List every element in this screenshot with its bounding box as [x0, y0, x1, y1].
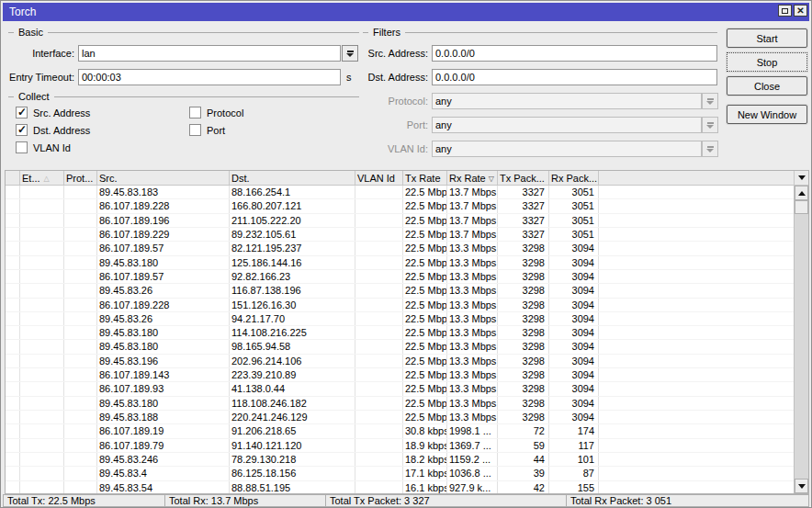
cell-rx-rate: 13.3 Mbps: [447, 256, 498, 269]
cell-et: [20, 368, 64, 381]
cell-vlan: [355, 453, 403, 466]
cell-et: [20, 411, 64, 423]
status-bar: Total Tx: 22.5 Mbps Total Rx: 13.7 Mbps …: [3, 494, 811, 507]
cell-empty: [599, 186, 794, 198]
cell-tx-pack: 39: [498, 467, 549, 480]
cell-tx-rate: 22.5 Mbps: [403, 355, 447, 367]
header-tx-packets[interactable]: Tx Pack...: [498, 171, 549, 185]
torch-row[interactable]: 86.107.189.7991.140.121.12018.9 kbps1369…: [6, 439, 794, 453]
header-protocol[interactable]: Prot...: [64, 171, 97, 185]
cell-et: [20, 284, 64, 297]
src-address-label: Src. Address:: [355, 48, 428, 61]
torch-row[interactable]: 89.45.83.24678.29.130.21818.2 kbps1159.2…: [6, 453, 794, 467]
torch-row[interactable]: 86.107.189.1991.206.218.6530.8 kbps1998.…: [6, 424, 794, 438]
cell-dst: 86.125.18.156: [230, 467, 355, 480]
torch-row[interactable]: 89.45.83.2694.21.17.7022.5 Mbps13.3 Mbps…: [6, 312, 794, 326]
torch-row[interactable]: 86.107.189.5782.121.195.23722.5 Mbps13.3…: [6, 242, 794, 255]
checkbox-port[interactable]: Port: [189, 124, 225, 136]
dropdown-arrow-icon: [706, 122, 714, 129]
new-window-button[interactable]: New Window: [727, 105, 807, 124]
stop-button[interactable]: Stop: [727, 52, 807, 72]
cell-rx-pack: 3094: [549, 256, 599, 269]
vertical-scrollbar[interactable]: [794, 186, 808, 493]
torch-row[interactable]: 86.107.189.5792.82.166.2322.5 Mbps13.3 M…: [6, 270, 794, 284]
checkbox-vlan-id[interactable]: VLAN Id: [16, 141, 71, 153]
torch-row[interactable]: 89.45.83.180118.108.246.18222.5 Mbps13.3…: [6, 397, 794, 411]
torch-row[interactable]: 86.107.189.228151.126.16.3022.5 Mbps13.3…: [6, 299, 794, 312]
cell-prot: [64, 199, 97, 212]
cell-rx-rate: 13.3 Mbps: [447, 340, 498, 353]
cell-empty: [599, 299, 794, 311]
start-button[interactable]: Start: [727, 28, 807, 48]
cell-vlan: [355, 382, 403, 395]
torch-row[interactable]: 89.45.83.18388.166.254.122.5 Mbps13.7 Mb…: [6, 186, 794, 199]
torch-row[interactable]: 89.45.83.188220.241.246.12922.5 Mbps13.3…: [6, 411, 794, 424]
cell-empty: [6, 299, 20, 311]
cell-rx-pack: 3051: [549, 186, 599, 198]
header-select-column[interactable]: [6, 171, 20, 185]
interface-input[interactable]: [78, 45, 341, 62]
torch-row[interactable]: 89.45.83.486.125.18.15617.1 kbps1036.8 .…: [6, 467, 794, 480]
dst-address-label: Dst. Address:: [355, 72, 428, 85]
scroll-down-button[interactable]: [795, 479, 808, 493]
checkbox-box: [16, 107, 28, 119]
cell-dst: 202.96.214.106: [230, 355, 355, 367]
torch-row[interactable]: 89.45.83.196202.96.214.10622.5 Mbps13.3 …: [6, 355, 794, 368]
cell-tx-pack: 3298: [498, 312, 549, 325]
cell-empty: [6, 284, 20, 297]
header-eth-type[interactable]: Et...△: [20, 171, 64, 185]
cell-rx-pack: 117: [549, 439, 599, 452]
torch-row[interactable]: 89.45.83.5488.88.51.19516.1 kbps927.9 k.…: [6, 481, 794, 493]
torch-row[interactable]: 86.107.189.22989.232.105.6122.5 Mbps13.7…: [6, 228, 794, 242]
cell-empty: [599, 439, 794, 452]
cell-tx-rate: 22.5 Mbps: [403, 242, 447, 254]
cell-src: 89.45.83.180: [97, 397, 230, 410]
torch-row[interactable]: 89.45.83.180125.186.144.1622.5 Mbps13.3 …: [6, 256, 794, 270]
torch-row[interactable]: 86.107.189.9341.138.0.4422.5 Mbps13.3 Mb…: [6, 382, 794, 396]
torch-row[interactable]: 89.45.83.18098.165.94.5822.5 Mbps13.3 Mb…: [6, 340, 794, 354]
checkbox-src-address[interactable]: Src. Address: [16, 107, 90, 119]
cell-vlan: [355, 411, 403, 423]
cell-prot: [64, 424, 97, 437]
maximize-button[interactable]: [778, 5, 792, 17]
close-window-button[interactable]: ✕: [794, 5, 807, 17]
entry-timeout-input[interactable]: [78, 69, 341, 85]
scroll-up-button[interactable]: [795, 186, 808, 200]
torch-row[interactable]: 86.107.189.143223.39.210.8922.5 Mbps13.3…: [6, 368, 794, 382]
column-picker-button[interactable]: [794, 171, 808, 186]
close-button[interactable]: Close: [727, 76, 807, 96]
scrollbar-thumb[interactable]: [795, 200, 808, 214]
torch-row[interactable]: 89.45.83.180114.108.216.22522.5 Mbps13.3…: [6, 326, 794, 340]
cell-dst: 166.80.207.121: [230, 199, 355, 212]
dst-address-input[interactable]: [432, 69, 717, 85]
cell-prot: [64, 382, 97, 395]
torch-row[interactable]: 86.107.189.196211.105.222.2022.5 Mbps13.…: [6, 214, 794, 228]
cell-empty: [6, 368, 20, 381]
checkbox-dst-address[interactable]: Dst. Address: [16, 124, 90, 136]
src-address-input[interactable]: [432, 45, 717, 62]
header-dst[interactable]: Dst.: [230, 171, 355, 185]
vlan-id-label: VLAN Id:: [355, 143, 428, 156]
checkbox-protocol[interactable]: Protocol: [189, 107, 243, 119]
cell-src: 86.107.189.229: [97, 228, 230, 241]
title-bar[interactable]: Torch: [3, 3, 809, 21]
header-rx-rate[interactable]: Rx Rate▽: [447, 171, 498, 185]
filters-section-label: Filters: [372, 27, 401, 38]
status-total-tx-packet: Total Tx Packet: 3 327: [325, 494, 567, 507]
cell-rx-pack: 3094: [549, 299, 599, 311]
cell-rx-rate: 13.3 Mbps: [447, 382, 498, 395]
header-vlan-id[interactable]: VLAN Id: [355, 171, 403, 185]
header-filler: [599, 171, 794, 185]
header-src[interactable]: Src.: [97, 171, 230, 185]
torch-row[interactable]: 89.45.83.26116.87.138.19622.5 Mbps13.3 M…: [6, 284, 794, 298]
cell-rx-rate: 13.3 Mbps: [447, 312, 498, 325]
cell-et: [20, 242, 64, 254]
header-rx-packets[interactable]: Rx Pack...: [549, 171, 599, 185]
cell-src: 86.107.189.143: [97, 368, 230, 381]
cell-empty: [6, 312, 20, 325]
cell-vlan: [355, 214, 403, 227]
cell-src: 89.45.83.26: [97, 284, 230, 297]
header-tx-rate[interactable]: Tx Rate: [403, 171, 447, 185]
cell-tx-rate: 22.5 Mbps: [403, 228, 447, 241]
torch-row[interactable]: 86.107.189.228166.80.207.12122.5 Mbps13.…: [6, 199, 794, 213]
